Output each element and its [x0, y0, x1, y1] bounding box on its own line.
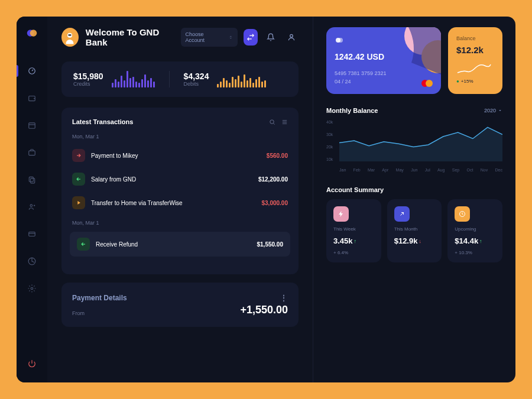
svg-point-15 [270, 119, 274, 123]
transaction-row[interactable]: Payment to Mikey $560.00 [72, 145, 288, 166]
tx-amount: $12,200.00 [258, 176, 288, 183]
debits-stat: $4,324 Debits [184, 71, 267, 87]
credits-value: $15,980 [73, 72, 103, 81]
tx-date-2: Mon, Mar 1 [72, 220, 288, 226]
stats-panel: $15,980 Credits $4,324 Debits [61, 61, 299, 97]
account-selector[interactable]: Choose Account [181, 28, 238, 47]
tx-name: Receive Refund [96, 241, 251, 248]
header-actions: Choose Account [181, 28, 299, 47]
credits-label: Credits [73, 81, 103, 87]
expand-icon [394, 206, 410, 222]
summary-upcoming[interactable]: Upcoming $14.4k↑ + 10.3% [447, 199, 502, 262]
sidebar-nav [24, 63, 40, 355]
transaction-row[interactable]: Salary from GND $12,200.00 [72, 169, 288, 189]
clock-icon [455, 206, 470, 222]
incoming-icon [72, 173, 85, 186]
tx-amount: $3,000.00 [262, 200, 288, 206]
right-pane: 1242.42 USD 5495 7381 3759 2321 04 / 24 … [313, 17, 515, 382]
balance-sparkline [456, 62, 492, 76]
arrow-down-icon: ↓ [419, 238, 421, 244]
summary-label: This Week [333, 226, 374, 232]
nav-briefcase[interactable] [24, 144, 40, 161]
payment-amount: +1,550.00 [240, 304, 288, 316]
svg-rect-13 [69, 34, 72, 35]
account-select-label: Choose Account [186, 31, 218, 43]
outgoing-icon [72, 149, 85, 162]
welcome-text: Welcome To GND Bank [86, 27, 174, 47]
tx-name: Transfer to Home via TransferWise [91, 200, 256, 206]
svg-point-10 [31, 287, 33, 290]
nav-users[interactable] [24, 199, 40, 215]
debits-label: Debits [184, 81, 209, 87]
tx-name: Salary from GND [91, 176, 252, 183]
debits-value: $4,324 [184, 72, 209, 81]
credits-sparkline [112, 71, 155, 87]
nav-transactions[interactable] [24, 171, 40, 188]
summary-label: This Month [394, 226, 435, 232]
nav-dashboard[interactable] [24, 63, 40, 79]
balance-label: Balance [456, 35, 494, 41]
summary-label: Upcoming [455, 226, 495, 232]
nav-settings[interactable] [24, 280, 40, 297]
summary-change: + 6.4% [333, 250, 374, 255]
card-chip-icon [335, 35, 344, 45]
arrow-up-icon: ↑ [479, 238, 482, 244]
nav-card[interactable] [24, 226, 40, 242]
app-window: Welcome To GND Bank Choose Account $15,9… [17, 17, 515, 382]
left-pane: Welcome To GND Bank Choose Account $15,9… [47, 17, 313, 382]
svg-point-8 [30, 205, 33, 207]
sidebar [17, 17, 47, 382]
tx-name: Payment to Mikey [91, 153, 261, 159]
nav-power[interactable] [24, 355, 40, 372]
card-expiry: 04 / 24 [335, 78, 433, 86]
main-content: Welcome To GND Bank Choose Account $15,9… [47, 17, 515, 382]
account-summary-title: Account Summary [326, 186, 384, 193]
svg-rect-9 [29, 232, 35, 236]
mastercard-icon [421, 80, 433, 87]
svg-point-1 [30, 30, 37, 37]
transactions-panel: Latest Transactions Mon, Mar 1 Payment t… [61, 108, 299, 274]
svg-rect-4 [29, 123, 35, 128]
nav-calendar[interactable] [24, 117, 40, 134]
balance-value: $12.2k [456, 45, 494, 55]
payment-from-label: From [72, 310, 85, 316]
summary-grid: This Week 3.45k↑ + 6.4% This Month $12.9… [326, 199, 502, 262]
nav-analytics[interactable] [24, 253, 40, 270]
payment-details-title: Payment Details [72, 294, 127, 302]
svg-rect-6 [29, 177, 33, 181]
monthly-balance-title: Monthly Balance [326, 107, 378, 114]
transaction-row-selected[interactable]: Receive Refund $1,550.00 [70, 232, 290, 257]
transfer-icon [72, 196, 85, 209]
credit-card[interactable]: 1242.42 USD 5495 7381 3759 2321 04 / 24 [326, 27, 441, 94]
profile-button[interactable] [284, 29, 299, 46]
svg-rect-7 [31, 179, 35, 183]
search-icon[interactable] [269, 119, 275, 125]
notifications-button[interactable] [264, 29, 278, 46]
header: Welcome To GND Bank Choose Account [61, 27, 299, 47]
app-logo [26, 27, 38, 39]
payment-details-panel: Payment Details ⋮ From +1,550.00 [61, 283, 299, 327]
transfer-button[interactable] [244, 29, 258, 46]
svg-point-19 [338, 38, 343, 43]
transactions-title: Latest Transactions [72, 118, 133, 125]
nav-wallet[interactable] [24, 90, 40, 106]
arrow-up-icon: ↑ [354, 238, 357, 244]
summary-week[interactable]: This Week 3.45k↑ + 6.4% [326, 199, 381, 262]
debits-sparkline [217, 71, 266, 87]
svg-point-14 [290, 34, 293, 37]
year-selector[interactable]: 2020 [484, 108, 502, 113]
transaction-row[interactable]: Transfer to Home via TransferWise $3,000… [72, 193, 288, 213]
card-decoration [382, 27, 441, 74]
incoming-icon [77, 238, 90, 251]
svg-rect-5 [29, 151, 35, 155]
list-icon[interactable] [281, 119, 288, 125]
chevron-updown-icon [229, 35, 233, 40]
balance-card[interactable]: Balance $12.2k ●+15% [448, 27, 502, 94]
user-avatar[interactable] [61, 28, 79, 47]
tx-date-1: Mon, Mar 1 [72, 134, 288, 140]
summary-month[interactable]: This Month $12.9k↓ [387, 199, 442, 262]
more-icon[interactable]: ⋮ [280, 293, 288, 303]
tx-amount: $1,550.00 [257, 241, 284, 248]
summary-change: + 10.3% [455, 250, 495, 255]
bolt-icon [333, 206, 349, 222]
